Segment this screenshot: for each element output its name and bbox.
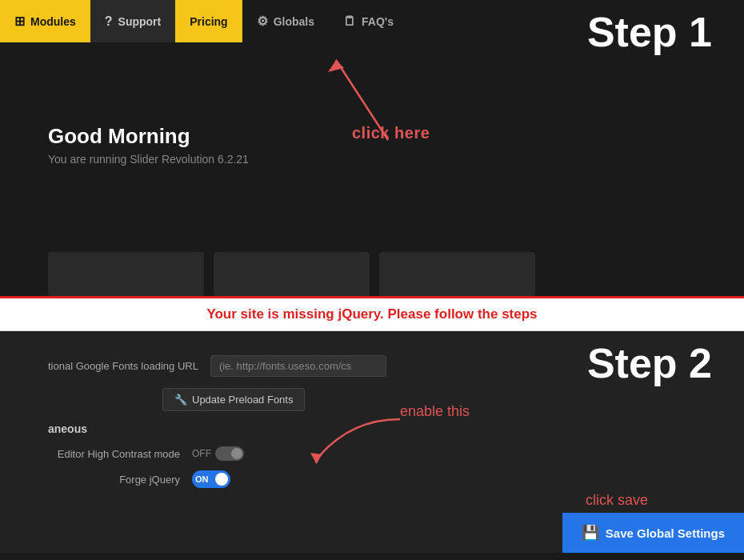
nav-faqs[interactable]: 🗒 FAQ's bbox=[329, 0, 408, 42]
save-global-settings-button[interactable]: 💾 Save Global Settings bbox=[562, 513, 744, 553]
nav-support[interactable]: ? Support bbox=[90, 0, 175, 42]
nav-globals-label: Globals bbox=[274, 15, 314, 28]
save-btn-label: Save Global Settings bbox=[606, 526, 725, 540]
alert-banner: Your site is missing jQuery. Please foll… bbox=[0, 296, 744, 331]
nav-support-label: Support bbox=[118, 15, 162, 28]
svg-marker-2 bbox=[310, 453, 322, 463]
module-card-1 bbox=[48, 252, 204, 296]
step1-label: Step 1 bbox=[587, 8, 712, 56]
enable-arrow bbox=[192, 411, 416, 475]
google-fonts-value: (ie. http://fonts.useso.com/cs bbox=[210, 355, 386, 377]
update-preload-fonts-button[interactable]: 🔧 Update Preload Fonts bbox=[162, 388, 305, 411]
high-contrast-label: Editor High Contrast mode bbox=[48, 448, 192, 460]
forge-jquery-label: Forge jQuery bbox=[48, 474, 192, 486]
nav-pricing-label: Pricing bbox=[190, 15, 227, 28]
bottom-section: Step 2 tional Google Fonts loading URL (… bbox=[0, 331, 744, 553]
module-cards bbox=[48, 252, 535, 296]
forge-jquery-state: ON bbox=[195, 474, 209, 484]
nav-pricing[interactable]: Pricing bbox=[175, 0, 242, 42]
top-section: ⊞ Modules ? Support Pricing ⚙ Globals 🗒 … bbox=[0, 0, 744, 296]
google-fonts-label: tional Google Fonts loading URL bbox=[48, 360, 210, 372]
step2-label: Step 2 bbox=[587, 339, 712, 387]
alert-text: Your site is missing jQuery. Please foll… bbox=[206, 306, 537, 322]
update-fonts-label: Update Preload Fonts bbox=[192, 394, 293, 406]
support-icon: ? bbox=[105, 14, 113, 29]
wrench-icon: 🔧 bbox=[174, 394, 187, 406]
nav-modules[interactable]: ⊞ Modules bbox=[0, 0, 90, 42]
globals-icon: ⚙ bbox=[257, 14, 268, 29]
welcome-title: Good Morning bbox=[48, 124, 249, 149]
click-here-text: click here bbox=[352, 124, 430, 142]
module-card-2 bbox=[214, 252, 370, 296]
click-save-annotation: click save bbox=[586, 492, 648, 509]
welcome-subtitle: You are running Slider Revolution 6.2.21 bbox=[48, 153, 249, 166]
modules-icon: ⊞ bbox=[14, 14, 25, 29]
module-card-3 bbox=[379, 252, 535, 296]
nav-modules-label: Modules bbox=[30, 15, 76, 28]
nav-globals[interactable]: ⚙ Globals bbox=[242, 0, 329, 42]
welcome-content: Good Morning You are running Slider Revo… bbox=[48, 124, 249, 166]
nav-faqs-label: FAQ's bbox=[362, 15, 394, 28]
save-icon: 💾 bbox=[582, 524, 599, 542]
faqs-icon: 🗒 bbox=[343, 14, 356, 29]
